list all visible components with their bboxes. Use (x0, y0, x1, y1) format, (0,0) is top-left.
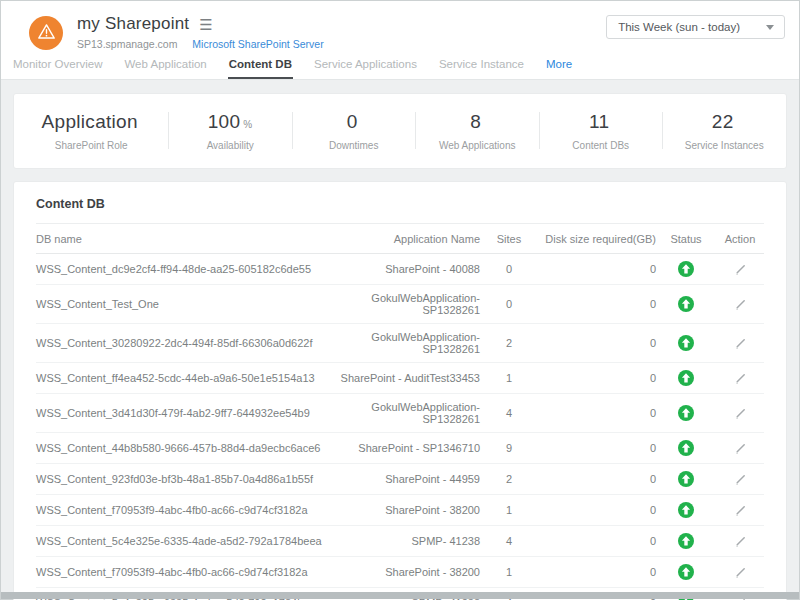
col-header-sites[interactable]: Sites (480, 224, 538, 254)
stat-value: Application (42, 111, 138, 132)
table-row[interactable]: WSS_Content_30280922-2dc4-494f-85df-6630… (36, 324, 764, 363)
col-header-db-name[interactable]: DB name (36, 224, 330, 254)
sites-cell: 2 (480, 324, 538, 363)
application-name-cell: GokulWebApplication- SP1328261 (330, 324, 480, 363)
db-name-cell: WSS_Content_923fd03e-bf3b-48a1-85b7-0a4d… (36, 464, 330, 495)
status-up-icon (678, 471, 694, 487)
stat-label: Service Instances (662, 140, 786, 151)
application-name-cell: SharePoint - SP1346710 (330, 433, 480, 464)
stat-cell: 22 Service Instances (662, 109, 786, 154)
status-up-icon (678, 564, 694, 580)
edit-pencil-icon[interactable] (734, 566, 747, 579)
disk-size-cell: 0 (538, 495, 656, 526)
stat-label: Downtimes (292, 140, 416, 151)
content-db-table: DB name Application Name Sites Disk size… (36, 224, 764, 600)
edit-pencil-icon[interactable] (734, 337, 747, 350)
table-row[interactable]: WSS_Content_f70953f9-4abc-4fb0-ac66-c9d7… (36, 495, 764, 526)
db-name-cell: WSS_Content_30280922-2dc4-494f-85df-6630… (36, 324, 330, 363)
db-name-cell: WSS_Content_ff4ea452-5cdc-44eb-a9a6-50e1… (36, 363, 330, 394)
table-row[interactable]: WSS_Content_Test_One GokulWebApplication… (36, 285, 764, 324)
disk-size-cell: 0 (538, 254, 656, 285)
status-up-icon (678, 533, 694, 549)
table-row[interactable]: WSS_Content_923fd03e-bf3b-48a1-85b7-0a4d… (36, 464, 764, 495)
status-up-icon (678, 440, 694, 456)
edit-pencil-icon[interactable] (734, 442, 747, 455)
tab-item[interactable]: Monitor Overview (12, 50, 103, 79)
status-up-icon (678, 335, 694, 351)
chevron-down-icon (766, 25, 774, 30)
table-row[interactable]: WSS_Content_f70953f9-4abc-4fb0-ac66-c9d7… (36, 557, 764, 588)
tab-item[interactable]: More (545, 50, 573, 79)
edit-pencil-icon[interactable] (734, 372, 747, 385)
status-up-icon (678, 370, 694, 386)
edit-pencil-icon[interactable] (734, 407, 747, 420)
stat-cell: 8 Web Applications (415, 109, 539, 154)
sites-cell: 2 (480, 464, 538, 495)
application-name-cell: SPMP- 41238 (330, 526, 480, 557)
stat-cell: 100% Availability (168, 109, 292, 154)
disk-size-cell: 0 (538, 557, 656, 588)
status-up-icon (678, 261, 694, 277)
application-name-cell: SharePoint - 44959 (330, 464, 480, 495)
tab-label: Content DB (228, 50, 293, 79)
table-row[interactable]: WSS_Content_dc9e2cf4-ff94-48de-aa25-6051… (36, 254, 764, 285)
col-header-action[interactable]: Action (716, 224, 764, 254)
application-name-cell: SharePoint - 38200 (330, 495, 480, 526)
edit-pencil-icon[interactable] (734, 473, 747, 486)
monitor-title: my Sharepoint (77, 14, 189, 34)
edit-pencil-icon[interactable] (734, 504, 747, 517)
sites-cell: 1 (480, 363, 538, 394)
tab-bar: Monitor Overview Web Application Content… (1, 50, 799, 80)
table-row[interactable]: WSS_Content_5c4e325e-6335-4ade-a5d2-792a… (36, 526, 764, 557)
db-name-cell: WSS_Content_Test_One (36, 285, 330, 324)
db-name-cell: WSS_Content_f70953f9-4abc-4fb0-ac66-c9d7… (36, 557, 330, 588)
db-name-cell: WSS_Content_44b8b580-9666-457b-88d4-da9e… (36, 433, 330, 464)
disk-size-cell: 0 (538, 526, 656, 557)
sites-cell: 4 (480, 526, 538, 557)
tab-label: Service Applications (313, 50, 418, 79)
disk-size-cell: 0 (538, 285, 656, 324)
tab-item[interactable]: Service Applications (313, 50, 418, 79)
disk-size-cell: 0 (538, 394, 656, 433)
stat-value: 0 (347, 111, 358, 132)
sites-cell: 1 (480, 495, 538, 526)
col-header-disk-size[interactable]: Disk size required(GB) (538, 224, 656, 254)
col-header-application-name[interactable]: Application Name (330, 224, 480, 254)
table-row[interactable]: WSS_Content_ff4ea452-5cdc-44eb-a9a6-50e1… (36, 363, 764, 394)
edit-pencil-icon[interactable] (734, 535, 747, 548)
db-name-cell: WSS_Content_5c4e325e-6335-4ade-a5d2-792a… (36, 526, 330, 557)
period-selector-value: This Week (sun - today) (618, 21, 740, 33)
stat-value: 100 (208, 111, 241, 132)
application-name-cell: GokulWebApplication- SP1328261 (330, 285, 480, 324)
period-selector-dropdown[interactable]: This Week (sun - today) (606, 15, 785, 39)
app-header: my Sharepoint ☰ SP13.spmanage.com Micros… (1, 1, 799, 50)
col-header-status[interactable]: Status (656, 224, 716, 254)
stat-value: 11 (589, 111, 609, 132)
application-name-cell: GokulWebApplication- SP1328261 (330, 394, 480, 433)
db-name-cell: WSS_Content_3d41d30f-479f-4ab2-9ff7-6449… (36, 394, 330, 433)
sites-cell: 0 (480, 285, 538, 324)
status-up-icon (678, 405, 694, 421)
tab-label: Web Application (123, 50, 207, 79)
tab-label: Monitor Overview (12, 50, 103, 79)
stat-cell: 11 Content DBs (539, 109, 663, 154)
tab-item[interactable]: Content DB (228, 50, 293, 79)
disk-size-cell: 0 (538, 433, 656, 464)
server-type-link[interactable]: Microsoft SharePoint Server (192, 38, 323, 50)
stat-label: Availability (168, 140, 292, 151)
tab-item[interactable]: Web Application (123, 50, 207, 79)
monitor-logo (29, 16, 63, 50)
edit-pencil-icon[interactable] (734, 298, 747, 311)
stat-value: 22 (712, 111, 734, 132)
table-row[interactable]: WSS_Content_3d41d30f-479f-4ab2-9ff7-6449… (36, 394, 764, 433)
tab-item[interactable]: Service Instance (438, 50, 525, 79)
sites-cell: 0 (480, 254, 538, 285)
tab-label: Service Instance (438, 50, 525, 79)
edit-pencil-icon[interactable] (734, 263, 747, 276)
sites-cell: 1 (480, 557, 538, 588)
status-up-icon (678, 502, 694, 518)
hamburger-menu-icon[interactable]: ☰ (199, 17, 212, 32)
stat-value: 8 (470, 111, 481, 132)
table-row[interactable]: WSS_Content_44b8b580-9666-457b-88d4-da9e… (36, 433, 764, 464)
stat-cell: Application SharePoint Role (14, 109, 168, 154)
